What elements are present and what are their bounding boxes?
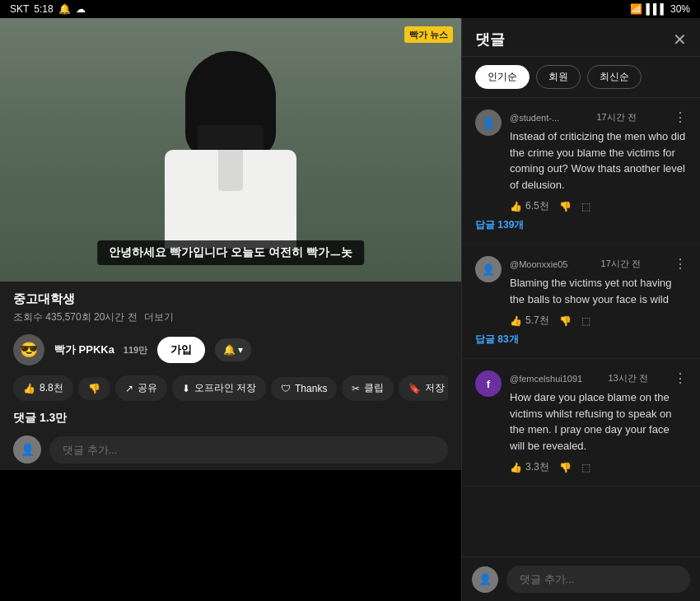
like-count: 6.5천 xyxy=(525,199,549,213)
subscribe-button[interactable]: 가입 xyxy=(157,337,205,363)
alarm-icon: 🔔 xyxy=(58,3,71,15)
dislike-icon: 👎 xyxy=(88,383,100,394)
comment-share-button[interactable]: ⬚ xyxy=(581,201,590,212)
like-button[interactable]: 👍 8.8천 xyxy=(13,375,73,401)
status-right: 📶 ▌▌▌ 30% xyxy=(630,3,690,15)
cloud-icon: ☁ xyxy=(76,3,86,15)
share-icon: ↗ xyxy=(125,383,133,394)
status-bar: SKT 5:18 🔔 ☁ 📶 ▌▌▌ 30% xyxy=(0,0,700,18)
right-panel: 댓글 ✕ 인기순 회원 최신순 👤 @student-... 17시간 전 ⋮ xyxy=(461,18,700,601)
close-panel-button[interactable]: ✕ xyxy=(673,30,687,49)
like-count: 5.7천 xyxy=(525,314,549,328)
thanks-icon: 🛡 xyxy=(281,383,291,394)
body-shirt xyxy=(165,150,296,249)
video-subtitle: 안녕하세요 빡가입니다 오늘도 여전히 빡가ㅡ놋 xyxy=(97,240,364,265)
video-title: 중고대학생 xyxy=(13,291,448,307)
video-views-time: 조회수 435,570회 20시간 전 xyxy=(13,310,138,324)
dislike-button[interactable]: 👎 xyxy=(78,377,110,400)
like-count: 8.8천 xyxy=(40,381,63,395)
like-icon: 👍 xyxy=(510,462,522,473)
comment-share-button[interactable]: ⬚ xyxy=(581,315,590,327)
like-count: 3.3천 xyxy=(525,460,549,474)
person-figure xyxy=(165,51,296,249)
save-icon: 🔖 xyxy=(408,383,421,394)
comment-input-field[interactable] xyxy=(49,436,448,464)
reply-count[interactable]: 답글 83개 xyxy=(475,333,687,347)
share-button[interactable]: ↗ 공유 xyxy=(115,375,167,401)
action-row: 👍 8.8천 👎 ↗ 공유 ⬇ 오프라인 저장 🛡 Thanks xyxy=(13,375,448,401)
comment-text: Blaming the victims yet not having the b… xyxy=(510,275,687,307)
dislike-icon: 👎 xyxy=(559,462,572,473)
user-avatar-image: 👤 xyxy=(13,436,41,464)
sort-tab-latest[interactable]: 최신순 xyxy=(587,65,642,89)
sort-tab-member[interactable]: 회원 xyxy=(536,65,581,89)
comment-time: 13시간 전 xyxy=(608,372,647,384)
comment-input-row: 👤 xyxy=(13,436,448,464)
signal-icon: ▌▌▌ xyxy=(646,3,667,15)
download-button[interactable]: ⬇ 오프라인 저장 xyxy=(172,375,266,401)
bell-dropdown-icon: ▾ xyxy=(238,344,243,356)
comment-share-button[interactable]: ⬚ xyxy=(581,462,590,473)
battery-label: 30% xyxy=(670,3,690,15)
comments-list: 👤 @student-... 17시간 전 ⋮ Instead of criti… xyxy=(462,98,700,557)
share-icon: ⬚ xyxy=(581,201,590,212)
channel-info: 빡가 PPKKa 119만 xyxy=(54,342,147,357)
like-icon: 👍 xyxy=(23,383,35,394)
clip-icon: ✂ xyxy=(352,383,360,394)
save-button[interactable]: 🔖 저장 xyxy=(399,375,448,401)
comment-more-button[interactable]: ⋮ xyxy=(674,109,687,125)
left-panel: 빡가 뉴스 안녕하세요 빡가입니다 오늘도 여전히 빡가ㅡ놋 중고대학생 조회수… xyxy=(0,18,461,601)
channel-row: 😎 빡가 PPKKa 119만 가입 🔔 ▾ xyxy=(13,334,448,366)
share-label: 공유 xyxy=(138,381,157,395)
comment-more-button[interactable]: ⋮ xyxy=(674,370,687,386)
comment-username: @femcelshui1091 xyxy=(510,374,582,384)
download-icon: ⬇ xyxy=(182,383,190,394)
main-layout: 빡가 뉴스 안녕하세요 빡가입니다 오늘도 여전히 빡가ㅡ놋 중고대학생 조회수… xyxy=(0,18,700,601)
channel-name[interactable]: 빡가 PPKKa 119만 xyxy=(54,342,147,357)
reply-count[interactable]: 답글 139개 xyxy=(475,218,687,232)
comment-top: f @femcelshui1091 13시간 전 ⋮ How dare you … xyxy=(475,370,687,474)
thanks-button[interactable]: 🛡 Thanks xyxy=(271,377,337,400)
avatar: 👤 xyxy=(475,109,502,136)
video-container[interactable]: 빡가 뉴스 안녕하세요 빡가입니다 오늘도 여전히 빡가ㅡ놋 xyxy=(0,18,461,282)
channel-avatar[interactable]: 😎 xyxy=(13,334,44,366)
comment-text: Instead of criticizing the men who did t… xyxy=(510,128,687,193)
comment-like-button[interactable]: 👍 5.7천 xyxy=(510,314,549,328)
comment-dislike-button[interactable]: 👎 xyxy=(559,462,572,473)
comments-count-header: 댓글 1.3만 xyxy=(13,411,448,426)
comment-top: 👤 @Moonxxie05 17시간 전 ⋮ Blaming the victi… xyxy=(475,256,687,328)
comment-dislike-button[interactable]: 👎 xyxy=(559,315,572,327)
comment-time: 17시간 전 xyxy=(596,111,636,123)
comment-header-row: @student-... 17시간 전 ⋮ xyxy=(510,109,687,125)
share-icon: ⬚ xyxy=(581,462,590,473)
bell-button[interactable]: 🔔 ▾ xyxy=(215,338,251,361)
sort-tab-popular[interactable]: 인기순 xyxy=(475,65,530,89)
thanks-label: Thanks xyxy=(295,383,327,394)
avatar-letter: f xyxy=(487,378,490,390)
comment-username: @Moonxxie05 xyxy=(510,259,567,269)
status-left: SKT 5:18 🔔 ☁ xyxy=(10,3,86,15)
comment-item: 👤 @Moonxxie05 17시간 전 ⋮ Blaming the victi… xyxy=(462,245,700,359)
bottom-comment-input[interactable] xyxy=(506,566,690,593)
clip-label: 클립 xyxy=(364,381,384,395)
comment-dislike-button[interactable]: 👎 xyxy=(559,201,572,212)
video-meta: 조회수 435,570회 20시간 전 더보기 xyxy=(13,310,448,324)
comment-like-button[interactable]: 👍 6.5천 xyxy=(510,199,549,213)
comment-content: @Moonxxie05 17시간 전 ⋮ Blaming the victims… xyxy=(510,256,687,328)
wifi-icon: 📶 xyxy=(630,3,642,15)
bottom-comment-row: 👤 xyxy=(462,557,700,601)
clip-button[interactable]: ✂ 클립 xyxy=(342,375,394,401)
user-avatar: 👤 xyxy=(13,436,41,464)
helmet-shape xyxy=(185,51,276,158)
comment-more-button[interactable]: ⋮ xyxy=(674,256,687,272)
dislike-icon: 👎 xyxy=(559,201,572,212)
comment-like-button[interactable]: 👍 3.3천 xyxy=(510,460,549,474)
comment-content: @femcelshui1091 13시간 전 ⋮ How dare you pl… xyxy=(510,370,687,474)
comments-panel-header: 댓글 ✕ xyxy=(462,18,700,57)
save-label: 저장 xyxy=(425,381,445,395)
comment-actions: 👍 6.5천 👎 ⬚ xyxy=(510,199,687,213)
avatar: f xyxy=(475,370,502,397)
comment-username: @student-... xyxy=(510,113,559,123)
more-button[interactable]: 더보기 xyxy=(144,310,174,324)
comment-item: f @femcelshui1091 13시간 전 ⋮ How dare you … xyxy=(462,359,700,487)
